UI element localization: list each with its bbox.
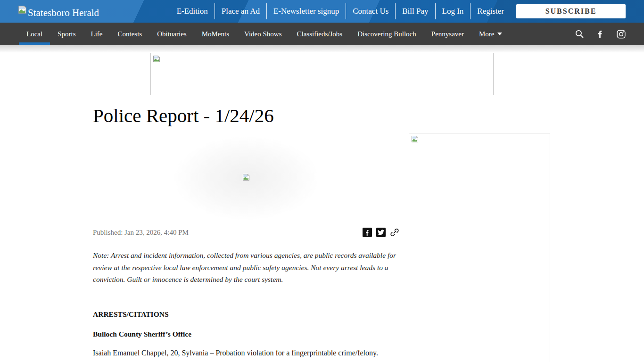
facebook-icon[interactable]: [595, 29, 605, 39]
nav-item-more-label: More: [479, 30, 495, 38]
link-bill-pay[interactable]: Bill Pay: [395, 3, 435, 19]
topbar-actions: E-Edition Place an Ad E-Newsletter signu…: [170, 3, 626, 19]
section-heading: ARRESTS/CITATIONS: [93, 310, 399, 319]
article: Police Report - 1/24/26 Published: Jan 2…: [93, 105, 399, 357]
nav-item-more[interactable]: More: [471, 23, 510, 45]
arrest-entry: Isaiah Emanuel Chappel, 20, Sylvania – P…: [93, 349, 399, 357]
subscribe-button[interactable]: SUBSCRIBE: [516, 4, 626, 18]
instagram-icon[interactable]: [616, 29, 626, 39]
top-banner-ad-placeholder[interactable]: [150, 53, 494, 95]
nav-item-contests[interactable]: Contests: [110, 23, 149, 45]
site-logo[interactable]: Statesboro Herald: [18, 5, 99, 18]
link-place-an-ad[interactable]: Place an Ad: [215, 3, 266, 19]
broken-image-icon: [411, 136, 419, 144]
link-e-edition[interactable]: E-Edition: [170, 3, 215, 19]
link-contact-us[interactable]: Contact Us: [346, 3, 395, 19]
nav-item-life[interactable]: Life: [83, 23, 110, 45]
agency-heading: Bulloch County Sheriff’s Office: [93, 330, 399, 338]
sidebar-ad-placeholder[interactable]: [409, 133, 550, 362]
main-navigation: Local Sports Life Contests Obituaries Mo…: [0, 23, 644, 45]
nav-items: Local Sports Life Contests Obituaries Mo…: [19, 23, 510, 45]
nav-item-discovering-bulloch[interactable]: Discovering Bulloch: [350, 23, 424, 45]
link-log-in[interactable]: Log In: [435, 3, 471, 19]
page-title: Police Report - 1/24/26: [93, 105, 399, 126]
share-buttons: [363, 228, 399, 237]
nav-item-video-shows[interactable]: Video Shows: [237, 23, 289, 45]
nav-item-obituaries[interactable]: Obituaries: [149, 23, 194, 45]
broken-image-icon: [153, 56, 160, 64]
chevron-down-icon: [497, 33, 502, 35]
site-logo-text: Statesboro Herald: [28, 5, 99, 18]
facebook-share-icon[interactable]: [363, 228, 372, 237]
publish-row: Published: Jan 23, 2026, 4:40 PM: [93, 228, 399, 237]
nav-item-sports[interactable]: Sports: [50, 23, 83, 45]
twitter-share-icon[interactable]: [376, 228, 386, 237]
broken-image-icon: [18, 5, 27, 16]
header-shadow: [0, 45, 644, 53]
page: Statesboro Herald E-Edition Place an Ad …: [0, 0, 644, 362]
link-newsletter-signup[interactable]: E-Newsletter signup: [266, 3, 346, 19]
published-timestamp: Published: Jan 23, 2026, 4:40 PM: [93, 229, 189, 237]
topbar-links: E-Edition Place an Ad E-Newsletter signu…: [170, 3, 511, 19]
nav-item-pennysaver[interactable]: Pennysaver: [424, 23, 471, 45]
nav-item-classifieds-jobs[interactable]: Classifieds/Jobs: [289, 23, 350, 45]
disclaimer-note: Note: Arrest and incident information, c…: [93, 249, 399, 286]
broken-image-icon: [242, 173, 250, 183]
top-header-bar: Statesboro Herald E-Edition Place an Ad …: [0, 0, 644, 23]
search-icon[interactable]: [575, 29, 584, 39]
nav-item-local[interactable]: Local: [19, 23, 50, 45]
link-register[interactable]: Register: [470, 3, 511, 19]
nav-icons: [575, 23, 626, 45]
nav-item-moments[interactable]: MoMents: [194, 23, 237, 45]
copy-link-icon[interactable]: [390, 228, 399, 237]
article-hero-image: [93, 137, 399, 219]
